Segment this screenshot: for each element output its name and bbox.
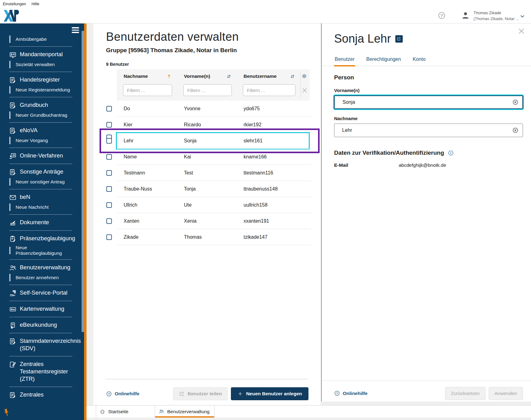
verification-heading: Daten zur Verifikation/Authentifizierung <box>334 149 444 156</box>
tab-berechtigungen[interactable]: Berechtigungen <box>366 57 401 66</box>
close-icon[interactable] <box>517 27 525 35</box>
table-row[interactable]: TestmannTestttestmann116 <box>96 165 311 181</box>
sidebar-item-ben[interactable]: beN <box>9 192 72 203</box>
sidebar-subitem-amtsuebergabe[interactable]: Amtsübergabe <box>9 35 72 44</box>
sort-icon[interactable] <box>226 74 232 79</box>
sidebar-item-ebeurkundung[interactable]: eBeurkundung <box>9 320 72 330</box>
sort-icon[interactable] <box>290 74 295 79</box>
document-edit-icon <box>9 392 16 399</box>
column-header-benutzername[interactable]: Benutzername <box>244 74 277 79</box>
menu-hilfe[interactable]: Hilfe <box>32 2 39 6</box>
column-header-nachname[interactable]: Nachname <box>124 74 148 79</box>
sidebar-item-online-verfahren[interactable]: Online-Verfahren <box>9 150 72 161</box>
table-row[interactable]: UllrichUteuullrich158 <box>96 197 311 213</box>
clear-input-icon[interactable] <box>512 127 519 134</box>
filter-benutzername-input[interactable] <box>243 84 295 96</box>
avatar[interactable] <box>461 11 470 20</box>
sidebar-subitem-neue-praesenzbeglaubigung[interactable]: Neue Präsenzbeglaubigung <box>9 244 72 257</box>
header-divider <box>300 72 301 98</box>
help-icon[interactable] <box>438 11 446 19</box>
table-row[interactable]: Traube-NussTonjattraubenuss148 <box>96 181 311 197</box>
sidebar-item-sonstige-antraege[interactable]: Sonstige Anträge <box>9 166 72 177</box>
vorname-input[interactable] <box>334 95 523 109</box>
sidebar-item-grundbuch[interactable]: Grundbuch <box>9 100 72 111</box>
tab-benutzerverwaltung[interactable]: Benutzerverwaltung <box>155 405 215 418</box>
row-checkbox[interactable] <box>106 154 112 160</box>
sidebar-subitem-sozietaet-verwalten[interactable]: Sozietät verwalten <box>9 60 72 69</box>
xnp-logo <box>3 9 20 23</box>
column-header-vorname[interactable]: Vorname(n) <box>184 74 210 79</box>
chevron-down-icon[interactable] <box>519 13 525 19</box>
nachname-input[interactable] <box>334 124 523 137</box>
monitor-person-icon <box>9 153 16 160</box>
panel-title: Sonja Lehr <box>334 32 391 45</box>
table-row[interactable]: NameKaikname166 <box>96 149 311 165</box>
tab-konto[interactable]: Konto <box>412 57 426 66</box>
share-user-button[interactable]: Benutzer teilen <box>173 387 228 400</box>
sidebar-item-praesenzbeglaubigung[interactable]: Präsenzbeglaubigung <box>9 233 72 244</box>
horizontal-scrollbar[interactable] <box>105 379 308 380</box>
user-menu[interactable]: Thomas Zikade (Thomas Zikade, Notar ... <box>474 10 519 22</box>
tab-benutzer[interactable]: Benutzer <box>334 57 355 66</box>
main-content: Benutzerdaten verwalten Gruppe [95963] T… <box>93 23 321 405</box>
sidebar-subitem-neuer-vorgang[interactable]: Neuer Vorgang <box>9 136 72 145</box>
id-card-icon <box>9 51 16 58</box>
create-user-button[interactable]: Neuen Benutzer anlegen <box>231 387 308 400</box>
user-count: 9 Benutzer <box>106 62 129 67</box>
gear-icon[interactable] <box>301 73 308 79</box>
tab-startseite[interactable]: Startseite <box>96 405 155 418</box>
sidebar-item-enova[interactable]: eNoVA <box>9 125 72 136</box>
row-checkbox[interactable] <box>106 106 112 111</box>
hamburger-menu-icon[interactable] <box>72 27 79 34</box>
row-checkbox[interactable] <box>106 202 112 208</box>
row-checkbox[interactable] <box>106 138 112 144</box>
sidebar-item-kartenverwaltung[interactable]: Kartenverwaltung <box>9 304 72 314</box>
info-icon[interactable] <box>448 150 454 156</box>
sort-ascending-icon[interactable] <box>166 73 172 79</box>
table-row[interactable]: KierRicardorkier192 <box>96 117 311 133</box>
sidebar-subitem-benutzer-annehmen[interactable]: Benutzer annehmen <box>9 273 72 282</box>
user-table: Nachname Vorname(n) Benutzername DoYvonn… <box>96 69 311 245</box>
user-name: Thomas Zikade <box>474 10 519 16</box>
sidebar-item-mandantenportal[interactable]: Mandantenportal <box>9 49 72 60</box>
open-external-icon[interactable] <box>395 35 403 43</box>
document-edit-icon <box>9 127 16 134</box>
row-checkbox[interactable] <box>106 234 112 240</box>
table-row-selected[interactable]: LehrSonjaslehr161 <box>96 133 311 149</box>
online-help-link[interactable]: Onlinehilfe <box>334 390 367 396</box>
panel-footer: Onlinehilfe Zurücksetzen Anwenden <box>322 380 531 401</box>
row-checkbox[interactable] <box>106 122 112 128</box>
sidebar-item-dokumente[interactable]: Dokumente <box>9 217 72 228</box>
home-icon <box>100 409 105 414</box>
table-row[interactable]: ZikadeThomastzikade147 <box>96 229 311 245</box>
sidebar-item-zentrales[interactable]: Zentrales <box>9 389 72 400</box>
row-checkbox[interactable] <box>106 186 112 192</box>
online-help-link[interactable]: Onlinehilfe <box>106 391 139 397</box>
card-key-icon <box>9 306 16 313</box>
apply-button[interactable]: Anwenden <box>489 387 523 400</box>
sidebar-item-benutzerverwaltung[interactable]: Benutzerverwaltung <box>9 262 72 273</box>
table-row[interactable]: XantenXeniaxxanten191 <box>96 213 311 229</box>
sidebar-item-stammdatenverzeichnis[interactable]: Stammdatenverzeichnis (SDV) <box>9 336 72 354</box>
row-checkbox[interactable] <box>106 218 112 224</box>
menu-einstellungen[interactable]: Einstellungen <box>3 2 26 6</box>
sidebar-subitem-neue-nachricht[interactable]: Neue Nachricht <box>9 203 72 212</box>
scrollbar-thumb[interactable] <box>82 31 84 332</box>
sidebar-subitem-neuer-sonstiger-antrag[interactable]: Neuer sonstiger Antrag <box>9 177 72 187</box>
table-row[interactable]: DoYvonneydo675 <box>96 101 311 117</box>
sidebar-item-self-service-portal[interactable]: Self-Service-Portal <box>9 288 72 298</box>
sidebar-scrollbar[interactable] <box>82 23 84 420</box>
sidebar-item-zentrales-testamentsregister[interactable]: Zentrales Testamentsregister (ZTR) <box>9 359 72 384</box>
filter-nachname-input[interactable] <box>123 84 172 96</box>
reset-button[interactable]: Zurücksetzen <box>445 387 486 400</box>
vorname-label: Vorname(n) <box>334 88 523 93</box>
row-checkbox[interactable] <box>106 170 112 176</box>
sidebar-subitem-neuer-grundbuchantrag[interactable]: Neuer Grundbuchantrag <box>9 111 72 120</box>
sidebar-subitem-neue-registeranmeldung[interactable]: Neue Registeranmeldung <box>9 85 72 94</box>
clear-input-icon[interactable] <box>512 99 519 106</box>
filter-vorname-input[interactable] <box>183 84 232 96</box>
user-org: (Thomas Zikade, Notar ... <box>474 16 519 22</box>
person-heading: Person <box>334 74 523 81</box>
clear-filters-icon[interactable] <box>301 87 308 94</box>
sidebar-item-handelsregister[interactable]: Handelsregister <box>9 74 72 85</box>
